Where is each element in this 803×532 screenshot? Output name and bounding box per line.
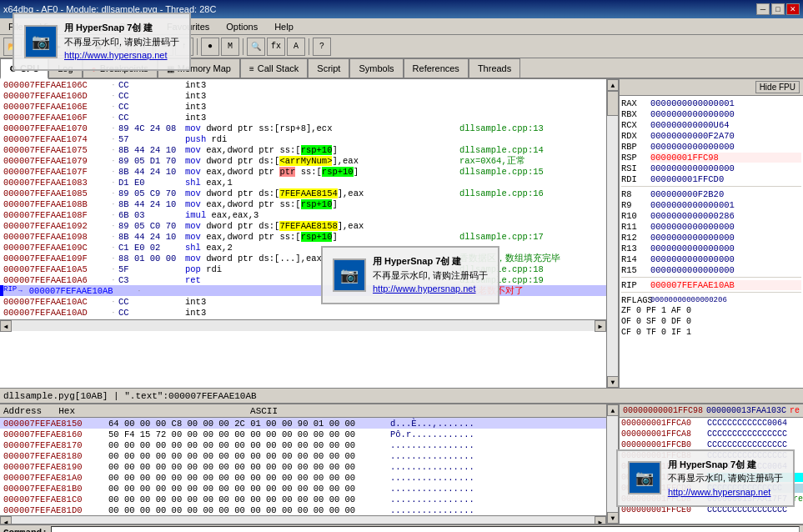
mem-pane: Address Hex ASCII 000007FEFAE8150 64 00 … [0,404,620,524]
table-row[interactable]: 000007FEFAAE10A6 · C3 ret dllsample.cpp:… [0,274,606,285]
cpu-rows-container: 000007FEFAAE106C · CC int3 000007FEFAAE1… [0,79,606,388]
table-row[interactable]: 000007FEFAAE109C · C1 E0 02 shl eax,2 [0,242,606,253]
list-item[interactable]: 000007FEFAE81A0 00 00 00 00 00 00 00 00 … [0,472,606,483]
rip-table-row[interactable]: RIP → 000007FEFAAE10AB · 走些老数不对了 [0,285,606,296]
table-row[interactable]: 000007FEFAAE1079 · 89 05 D1 70 mov dword… [0,155,606,166]
list-item[interactable]: 000007FEFAE81C0 00 00 00 00 00 00 00 00 … [0,494,606,504]
addr-bar-text: dllsample.pyg[10AB] | ".text":000007FEFA… [3,391,257,401]
tab-threads[interactable]: Threads [469,58,520,78]
list-item[interactable]: 000007FEFAE8190 00 00 00 00 00 00 00 00 … [0,461,606,472]
table-row[interactable]: 000007FEFAAE10A5 · 5F pop rdi dllsample.… [0,263,606,274]
hscroll-left-btn[interactable]: ◀ [0,320,12,332]
tb-calc[interactable]: fx [267,38,285,56]
list-item[interactable]: 000007FEFAE8160 50 F4 15 72 00 00 00 00 … [0,429,606,439]
vscroll-thumb[interactable] [607,91,618,116]
table-row[interactable]: 000007FEFAAE1085 · 89 05 C9 70 mov dword… [0,188,606,198]
table-row[interactable]: 000007FEFAAE1070 · 89 4C 24 08 mov dword… [0,123,606,133]
watermark-text-3: 用 HyperSnap 7创 建 不再显示水印, 请购注册码于 http://w… [668,458,783,499]
table-row[interactable]: 000007FEFAAE1098 · 8B 44 24 10 mov eax,d… [0,231,606,242]
table-row[interactable]: 000007FEFAAE108F · 6B 03 imul eax,eax,3 [0,209,606,220]
tb-mem[interactable]: M [221,38,239,56]
vscroll-track[interactable] [607,91,618,376]
reg-row: RDI000000001FFCD0 [621,173,801,184]
reg-row: R8 000000000F2B20 [621,188,801,199]
list-item[interactable]: 000007FEFAE8170 00 00 00 00 00 00 00 00 … [0,439,606,450]
cpu-hscrollbar[interactable]: ◀ ▶ [0,319,606,331]
reg-row: RSI0000000000000000 [621,163,801,173]
table-row[interactable]: 000007FEFAAE106D · CC int3 [0,90,606,101]
tb-help[interactable]: ? [313,38,331,56]
reg-row: R110000000000000000 [621,221,801,232]
mem-header: Address Hex ASCII [0,404,606,418]
list-item[interactable]: 000007FEFAE81B0 00 00 00 00 00 00 00 00 … [0,483,606,494]
tb-search[interactable]: 🔍 [247,38,265,56]
stack-comment-header: re [790,406,800,415]
reg-row: R120000000000000000 [621,232,801,243]
list-item[interactable]: 000007FEFAE81D0 00 00 00 00 00 00 00 00 … [0,504,606,515]
cpu-addr: 000007FEFAAE109F [0,253,108,263]
title-bar-buttons: ─ □ ✕ [756,3,800,15]
list-item[interactable]: 000007FEFAE8150 64 00 00 00 C8 00 00 00 … [0,418,606,429]
reg-row: RDX00000000000F2A70 [621,130,801,141]
hscroll-right-btn[interactable]: ▶ [595,320,606,332]
table-row[interactable]: 000007FEFAAE106F · CC int3 [0,112,606,123]
table-row[interactable]: 000007FEFAAE1074 · 57 push rdi [0,133,606,144]
main-area: 000007FEFAAE106C · CC int3 000007FEFAAE1… [0,79,803,388]
cpu-addr: 000007FEFAAE10AB [26,286,134,296]
menu-help[interactable]: Help [269,20,299,33]
vscroll-up-btn[interactable]: ▲ [607,79,618,91]
close-button[interactable]: ✕ [786,3,800,15]
mem-hscroll-track[interactable] [12,516,595,524]
minimize-button[interactable]: ─ [756,3,770,15]
cpu-addr: 000007FEFAAE106F [0,113,108,123]
tab-references[interactable]: References [404,58,469,78]
mem-hscrollbar[interactable]: ◀ ▶ [0,515,606,524]
cpu-addr: 000007FEFAAE108B [0,199,108,209]
cpu-addr: 000007FEFAAE10AC [0,297,108,307]
table-row[interactable]: 000007FEFAAE108B · 8B 44 24 10 mov eax,d… [0,198,606,209]
reg-row: R130000000000000000 [621,243,801,253]
cpu-vscrollbar[interactable]: ▲ ▼ [606,79,618,388]
cpu-addr: 000007FEFAAE1085 [0,188,108,198]
cmd-input[interactable] [51,526,800,532]
table-row[interactable]: 000007FEFAAE10AC · CC int3 [0,296,606,307]
table-row[interactable]: 000007FEFAAE106E · CC int3 [0,101,606,112]
registers-pane: Hide FPU RAX0000000000000001 RBX00000000… [620,79,803,388]
reg-flags-row: RFLAGS00000000000000206 [621,294,801,305]
mem-hscroll-left[interactable]: ◀ [0,516,12,524]
list-item[interactable]: 000000001FFCA0CCCCCCCCCCCC0064 [620,418,803,429]
cpu-addr: 000007FEFAAE1098 [0,232,108,242]
tab-call-stack[interactable]: ≡ Call Stack [240,58,308,78]
cpu-addr: 000007FEFAAE1079 [0,156,108,166]
tb-bp[interactable]: ● [201,38,219,56]
cpu-addr: 000007FEFAAE106D [0,91,108,101]
tb-font[interactable]: A [287,38,305,56]
watermark-icon-3: 📷 [628,461,661,494]
cpu-addr: 000007FEFAAE106C [0,80,108,90]
hide-fpu-button[interactable]: Hide FPU [755,81,800,93]
refs-tab-label: References [413,63,459,73]
mem-hex-col: Hex [58,406,75,416]
table-row[interactable]: 000007FEFAAE1092 · 89 05 C0 70 mov dword… [0,220,606,231]
table-row[interactable]: 000007FEFAAE106C · CC int3 [0,79,606,90]
mem-vscroll-down[interactable]: ▼ [607,512,619,524]
mem-vscroll-up[interactable]: ▲ [607,404,619,416]
vscroll-down-btn[interactable]: ▼ [607,376,618,388]
mem-hscroll-right[interactable]: ▶ [595,516,606,524]
hscroll-track[interactable] [12,320,595,331]
menu-options[interactable]: Options [221,20,263,33]
tab-symbols[interactable]: Symbols [349,58,403,78]
cpu-addr: 000007FEFAAE1083 [0,178,108,188]
cpu-addr: 000007FEFAAE1074 [0,134,108,144]
table-row[interactable]: 000007FEFAAE1083 · D1 E0 shl eax,1 [0,177,606,188]
list-item[interactable]: 000007FEFAE8180 00 00 00 00 00 00 00 00 … [0,450,606,461]
cpu-addr: 000007FEFAAE109C [0,243,108,253]
table-row[interactable]: 000007FEFAAE10AD · CC int3 [0,307,606,318]
tab-script[interactable]: Script [308,58,349,78]
table-row[interactable]: 000007FEFAAE107F · 8B 44 24 10 mov eax,d… [0,166,606,177]
table-row[interactable]: 000007FEFAAE109F · 88 01 00 00 mov dword… [0,253,606,263]
maximize-button[interactable]: □ [771,3,785,15]
table-row[interactable]: 000007FEFAAE1075 · 8B 44 24 10 mov eax,d… [0,144,606,155]
watermark-3: 📷 用 HyperSnap 7创 建 不再显示水印, 请购注册码于 http:/… [616,449,795,508]
list-item[interactable]: 000000001FFCA8CCCCCCCCCCCCCCCC [620,429,803,439]
